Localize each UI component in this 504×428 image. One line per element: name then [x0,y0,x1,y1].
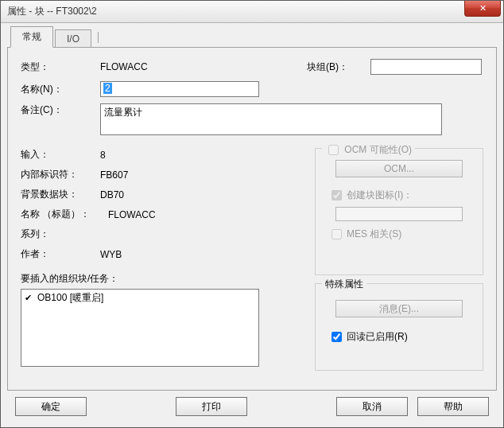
ob-listbox[interactable]: ✔ OB100 [暖重启] [21,289,259,367]
tab-io[interactable]: I/O [55,29,91,48]
special-group-title: 特殊属性 [322,278,366,291]
help-button[interactable]: 帮助 [417,397,489,416]
titlebar: 属性 - 块 -- FT3002\2 ✕ [1,1,503,23]
readback-checkbox[interactable] [331,332,342,342]
close-button[interactable]: ✕ [464,1,501,17]
mes-checkbox [331,229,342,239]
mid-columns: 输入：8 内部标识符：FB607 背景数据块：DB70 名称 （标题）：FLOW… [21,148,483,379]
ocm-group: OCM 可能性(O) OCM... 创建块图标(I)： MES 相关(S) [315,148,483,275]
special-group: 特殊属性 消息(E)... 回读已启用(R) [315,283,483,371]
tab-strip: 常规 I/O [7,28,497,47]
tab-general[interactable]: 常规 [10,26,53,48]
comment-label: 备注(C)： [21,103,100,117]
intid-value: FB607 [100,169,211,181]
row-name: 名称(N)： 2 [21,81,483,97]
name-value: 2 [103,83,112,94]
tab-divider [98,32,99,43]
right-info-block: OCM 可能性(O) OCM... 创建块图标(I)： MES 相关(S) [315,148,483,379]
ocm-button: OCM... [335,160,463,177]
client-area: 常规 I/O 类型： FLOWACC 块组(B)： 名称(N)： 2 [1,23,503,427]
close-icon: ✕ [479,3,487,13]
print-button[interactable]: 打印 [176,397,247,416]
window-title: 属性 - 块 -- FT3002\2 [7,5,97,18]
bgdb-value: DB70 [100,189,211,200]
blockgroup-input[interactable] [370,59,482,75]
obinsert-label: 要插入的组织块/任务： [21,272,299,286]
create-icon-input [335,207,463,221]
row-comment: 备注(C)： [21,103,483,135]
cancel-button[interactable]: 取消 [336,397,408,416]
input-label: 输入： [21,148,100,161]
type-label: 类型： [21,60,100,74]
series-label: 系列： [21,228,100,241]
dialog-window: 属性 - 块 -- FT3002\2 ✕ 常规 I/O 类型： FLOWACC … [0,0,504,428]
row-type: 类型： FLOWACC 块组(B)： [21,59,483,75]
ob-item-label: OB100 [暖重启] [37,291,103,305]
message-button: 消息(E)... [335,300,463,317]
titlename-value: FLOWACC [108,209,219,220]
create-icon-label: 创建块图标(I)： [347,189,413,202]
titlename-label: 名称 （标题）： [21,208,108,221]
author-value: WYB [100,249,211,260]
left-info-block: 输入：8 内部标识符：FB607 背景数据块：DB70 名称 （标题）：FLOW… [21,148,299,379]
create-icon-checkbox [331,190,342,200]
tab-io-label: I/O [67,33,79,45]
type-value: FLOWACC [100,61,259,72]
readback-label: 回读已启用(R) [347,330,408,344]
mes-label: MES 相关(S) [347,228,401,241]
dialog-buttons: 确定 打印 取消 帮助 [7,391,497,421]
tab-panel-general: 类型： FLOWACC 块组(B)： 名称(N)： 2 备注(C)： 输入：8 [7,47,497,391]
bgdb-label: 背景数据块： [21,188,100,201]
ok-button[interactable]: 确定 [15,397,87,416]
comment-input[interactable] [100,103,442,135]
list-item[interactable]: ✔ OB100 [暖重启] [25,291,255,304]
name-label: 名称(N)： [21,83,100,96]
ocm-group-title: OCM 可能性(O) [322,142,415,158]
author-label: 作者： [21,247,100,261]
input-value: 8 [100,150,211,161]
tab-general-label: 常规 [22,31,41,42]
check-icon: ✔ [25,293,34,303]
ocm-checkbox [328,145,339,155]
intid-label: 内部标识符： [21,168,100,181]
name-input[interactable]: 2 [100,81,259,97]
blockgroup-label: 块组(B)： [307,60,370,74]
